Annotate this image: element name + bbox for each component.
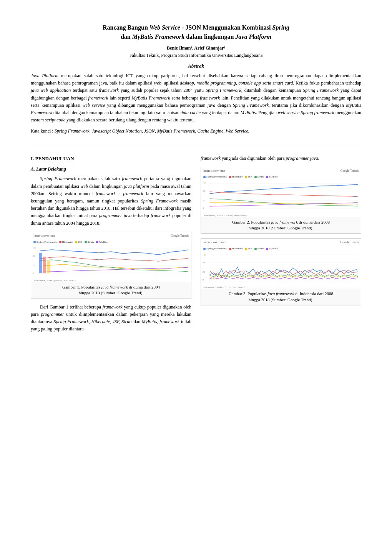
- figure3-container: Interest over time Google Trends Spring …: [201, 238, 361, 305]
- authors: Benie Ilman¹, Arief Ginanjar²: [31, 45, 361, 51]
- chart3-google-label: Google Trends: [341, 240, 359, 245]
- chart2-footer: Worldwide, 1/1/08 - 7/1/18, Web Search: [202, 213, 360, 218]
- figure2-container: Interest over time Google Trends Spring …: [201, 167, 361, 234]
- legend2-dot-hibernate: [229, 176, 231, 178]
- right-column: framework yang ada dan digunakan oleh pa…: [201, 155, 361, 336]
- affiliation: Fakultas Teknik, Program Studi Informati…: [31, 53, 361, 58]
- title-line1: Rancang Bangun Web Service - JSON Menggu…: [31, 23, 361, 32]
- main-title: Rancang Bangun Web Service - JSON Menggu…: [31, 23, 361, 41]
- chart3-legend: Spring Framework Hibernate JSF Stru: [202, 246, 360, 252]
- legend3-dot-struts: [254, 248, 257, 250]
- svg-text:25: 25: [33, 264, 35, 267]
- legend3-label-jsf: JSF: [248, 247, 252, 251]
- svg-rect-8: [39, 253, 42, 273]
- figure2-caption: Gambar 2. Popularitas java framework di …: [201, 219, 361, 234]
- svg-text:100: 100: [33, 247, 36, 249]
- legend-dot-mybatis: [96, 241, 98, 243]
- subsection-heading-latar: A. Latar Belakang: [31, 166, 191, 173]
- svg-rect-10: [47, 260, 50, 273]
- chart1-footer: Worldwide, 2004 - present, Web Search: [32, 278, 190, 283]
- legend2-item-spring: Spring Framework: [203, 175, 227, 179]
- section-heading-pendahuluan: I. PENDAHULUAN: [31, 155, 191, 163]
- legend3-dot-hibernate: [229, 248, 231, 250]
- legend-item-struts: Struts: [85, 240, 94, 244]
- chart2-header: Interest over time Google Trends: [202, 168, 360, 174]
- svg-text:50: 50: [203, 190, 205, 192]
- legend2-dot-jsf: [245, 176, 247, 178]
- left-paragraph1: Spring Framework merupakan salah satu fr…: [31, 175, 191, 227]
- chart3-header: Interest over time Google Trends: [202, 239, 360, 246]
- author-names: Benie Ilman¹, Arief Ginanjar²: [167, 45, 225, 51]
- svg-text:50: 50: [33, 255, 35, 257]
- chart3-interest-label: Interest over time: [203, 240, 225, 245]
- chart1-google-label: Google Trends: [171, 234, 189, 239]
- chart2-interest-label: Interest over time: [203, 169, 225, 174]
- svg-text:50: 50: [203, 262, 205, 264]
- legend3-label-struts: Struts: [257, 247, 264, 251]
- keywords-label-text: Kata kunci :: [31, 128, 55, 134]
- chart1-header: Interest over time Google Trends: [32, 233, 190, 239]
- keywords: Kata kunci : Spring Framework, Javascrip…: [31, 128, 361, 135]
- legend2-item-mybatis: MyBatis: [266, 175, 278, 179]
- right-intro-text: framework yang ada dan digunakan oleh pa…: [201, 155, 361, 162]
- legend2-item-struts: Struts: [254, 175, 264, 179]
- legend2-label-spring: Spring Framework: [206, 175, 227, 179]
- figure2-chart: Interest over time Google Trends Spring …: [201, 167, 361, 217]
- svg-rect-9: [43, 257, 46, 273]
- figure1-chart: Interest over time Google Trends Spring …: [31, 232, 191, 282]
- chart2-legend: Spring Framework Hibernate JSF Stru: [202, 174, 360, 180]
- legend3-label-mybatis: MyBatis: [269, 247, 278, 251]
- legend3-label-hibernate: Hibernate: [232, 247, 243, 251]
- legend-dot-hibernate: [59, 241, 61, 243]
- figure3-chart: Interest over time Google Trends Spring …: [201, 239, 361, 289]
- left-column: I. PENDAHULUAN A. Latar Belakang Spring …: [31, 155, 191, 336]
- legend2-item-hibernate: Hibernate: [229, 175, 243, 179]
- chart3-footer-text: Indonesia, 1/6/08 - 7/1/18, Web Search: [203, 286, 245, 289]
- legend3-dot-jsf: [245, 248, 247, 250]
- svg-text:100: 100: [203, 254, 206, 256]
- legend3-dot-spring: [203, 248, 206, 250]
- svg-text:25: 25: [203, 199, 205, 202]
- legend-item-mybatis: MyBatis: [96, 240, 108, 244]
- legend-item-spring: Spring Framework: [33, 240, 57, 244]
- legend2-dot-spring: [203, 176, 206, 178]
- chart2-google-label: Google Trends: [341, 169, 359, 174]
- legend2-label-hibernate: Hibernate: [232, 175, 243, 179]
- legend-label-mybatis: MyBatis: [99, 240, 108, 244]
- title-section: Rancang Bangun Web Service - JSON Menggu…: [31, 23, 361, 135]
- legend2-label-jsf: JSF: [248, 175, 252, 179]
- abstract-heading: Abstrak: [31, 63, 361, 69]
- legend3-item-jsf: JSF: [245, 247, 252, 251]
- legend-dot-jsf: [75, 241, 77, 243]
- chart2-svg: 100 50 25 0: [202, 180, 360, 211]
- legend2-dot-struts: [254, 176, 257, 178]
- legend2-dot-mybatis: [266, 176, 268, 178]
- chart1-footer-text: Worldwide, 2004 - present, Web Search: [33, 279, 76, 282]
- legend2-item-jsf: JSF: [245, 175, 252, 179]
- chart2-footer-text: Worldwide, 1/1/08 - 7/1/18, Web Search: [203, 214, 247, 217]
- keywords-label: Kata kunci : Spring Framework, Javascrip…: [31, 128, 249, 134]
- svg-text:25: 25: [203, 271, 205, 274]
- legend-label-struts: Struts: [88, 240, 94, 244]
- svg-text:100: 100: [203, 182, 206, 184]
- chart1-legend: Spring Framework Hibernate JSF Stru: [32, 239, 190, 245]
- legend-dot-spring: [33, 241, 36, 243]
- svg-text:0: 0: [33, 272, 34, 274]
- abstract-label: Abstrak: [188, 63, 204, 69]
- svg-text:0: 0: [203, 207, 204, 209]
- figure1-caption: Gambar 1. Popularitas java framework di …: [31, 284, 191, 299]
- legend3-item-hibernate: Hibernate: [229, 247, 243, 251]
- chart1-svg: 100 50 25 0: [32, 245, 190, 276]
- chart3-svg: 100 50 25 0: [202, 252, 360, 282]
- legend-item-jsf: JSF: [75, 240, 82, 244]
- subsection-title: A. Latar Belakang: [31, 166, 66, 172]
- legend-label-spring: Spring Framework: [37, 240, 57, 244]
- legend-dot-struts: [85, 241, 87, 243]
- section-divider: [31, 147, 361, 147]
- svg-text:0: 0: [203, 279, 204, 281]
- abstract-text: Java Platform merupakan salah satu tekno…: [31, 72, 361, 124]
- legend3-dot-mybatis: [266, 248, 268, 250]
- figure1-container: Interest over time Google Trends Spring …: [31, 232, 191, 299]
- legend3-item-mybatis: MyBatis: [266, 247, 278, 251]
- title-line2: dan MyBatis Framework dalam lingkungan J…: [31, 32, 361, 41]
